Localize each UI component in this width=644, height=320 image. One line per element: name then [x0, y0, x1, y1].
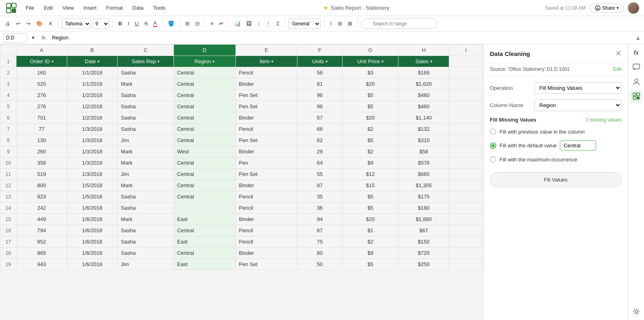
- cell-F-17[interactable]: 75: [297, 236, 343, 248]
- cell-C-16[interactable]: Sasha: [118, 225, 174, 236]
- cell-D-6[interactable]: Central: [173, 112, 235, 124]
- menu-file[interactable]: File: [24, 4, 36, 12]
- cell-F-8[interactable]: 62: [297, 135, 343, 146]
- redo-button[interactable]: ↪: [24, 19, 33, 28]
- cell-A-7[interactable]: 77: [17, 124, 67, 135]
- col-item-header[interactable]: Item▾: [235, 56, 297, 67]
- cell-A-3[interactable]: 520: [17, 78, 67, 90]
- menu-view[interactable]: View: [61, 4, 75, 12]
- cell-G-10[interactable]: $9: [342, 157, 398, 169]
- cell-B-12[interactable]: 1/5/2018: [67, 180, 118, 191]
- cell-G-2[interactable]: $3: [342, 67, 398, 78]
- col-header-B[interactable]: B: [67, 45, 118, 56]
- formula-expand-button[interactable]: ▾: [30, 33, 37, 42]
- col-header-G[interactable]: G: [342, 45, 398, 56]
- cell-A-19[interactable]: 943: [17, 259, 67, 270]
- panel-edit-button[interactable]: Edit: [613, 66, 621, 72]
- size-select[interactable]: 9: [93, 19, 109, 29]
- cell-B-14[interactable]: 1/6/2018: [67, 202, 118, 214]
- cell-E-13[interactable]: Pencil: [235, 191, 297, 202]
- cell-G-5[interactable]: $5: [342, 101, 398, 112]
- col-header-H[interactable]: H: [398, 45, 449, 56]
- cell-D-11[interactable]: Central: [173, 169, 235, 180]
- col-orderid-header[interactable]: Order ID▾: [17, 56, 67, 67]
- format-select[interactable]: General: [289, 19, 321, 29]
- cell-C-15[interactable]: Mark: [118, 214, 174, 225]
- cell-F-6[interactable]: 57: [297, 112, 343, 124]
- cell-G-12[interactable]: $15: [342, 180, 398, 191]
- align-button[interactable]: ≡: [208, 19, 216, 28]
- cell-H-2[interactable]: $168: [398, 67, 449, 78]
- cell-C-19[interactable]: Jim: [118, 259, 174, 270]
- col-header-C[interactable]: C: [118, 45, 174, 56]
- cell-H-17[interactable]: $150: [398, 236, 449, 248]
- cell-A-10[interactable]: 358: [17, 157, 67, 169]
- cell-F-18[interactable]: 80: [297, 248, 343, 259]
- pivot-button[interactable]: ⊠: [346, 19, 354, 28]
- cell-G-18[interactable]: $9: [342, 248, 398, 259]
- cell-B-10[interactable]: 1/3/2018: [67, 157, 118, 169]
- cell-B-2[interactable]: 1/1/2018: [67, 67, 118, 78]
- menu-edit[interactable]: Edit: [42, 4, 54, 12]
- cell-A-9[interactable]: 260: [17, 146, 67, 157]
- cell-B-9[interactable]: 1/3/2018: [67, 146, 118, 157]
- cell-E-14[interactable]: Pencil: [235, 202, 297, 214]
- cell-G-6[interactable]: $20: [342, 112, 398, 124]
- cell-A-12[interactable]: 800: [17, 180, 67, 191]
- cell-D-5[interactable]: Central: [173, 101, 235, 112]
- settings-icon[interactable]: [630, 306, 642, 318]
- search-input[interactable]: [361, 19, 438, 29]
- cell-A-11[interactable]: 519: [17, 169, 67, 180]
- cell-E-7[interactable]: Pencil: [235, 124, 297, 135]
- cell-B-8[interactable]: 1/3/2018: [67, 135, 118, 146]
- cell-H-10[interactable]: $576: [398, 157, 449, 169]
- cell-D-17[interactable]: East: [173, 236, 235, 248]
- cell-F-16[interactable]: 67: [297, 225, 343, 236]
- underline-button[interactable]: U: [133, 19, 140, 28]
- cell-A-15[interactable]: 449: [17, 214, 67, 225]
- cell-E-9[interactable]: Binder: [235, 146, 297, 157]
- data-cleaning-icon[interactable]: [630, 90, 642, 102]
- cell-H-3[interactable]: $1,620: [398, 78, 449, 90]
- formula-expand-button[interactable]: ▲: [635, 35, 641, 41]
- cell-C-5[interactable]: Sasha: [118, 101, 174, 112]
- cell-D-7[interactable]: Central: [173, 124, 235, 135]
- cell-F-19[interactable]: 50: [297, 259, 343, 270]
- cell-E-19[interactable]: Pen Set: [235, 259, 297, 270]
- cell-A-18[interactable]: 865: [17, 248, 67, 259]
- share-button[interactable]: Share ▾: [590, 3, 624, 13]
- cell-D-15[interactable]: East: [173, 214, 235, 225]
- paint-format-button[interactable]: 🎨: [34, 19, 45, 28]
- cell-G-9[interactable]: $2: [342, 146, 398, 157]
- cell-B-13[interactable]: 1/5/2018: [67, 191, 118, 202]
- default-value-input[interactable]: Central: [560, 140, 596, 151]
- cell-H-5[interactable]: $480: [398, 101, 449, 112]
- cell-A-13[interactable]: 823: [17, 191, 67, 202]
- user-icon[interactable]: [630, 76, 642, 88]
- cell-B-17[interactable]: 1/6/2018: [67, 236, 118, 248]
- col-header-E[interactable]: E: [235, 45, 297, 56]
- cell-A-5[interactable]: 276: [17, 101, 67, 112]
- cell-G-7[interactable]: $2: [342, 124, 398, 135]
- borders-button[interactable]: ⊞: [183, 19, 192, 28]
- cell-E-5[interactable]: Pen Set: [235, 101, 297, 112]
- cell-D-14[interactable]: [173, 202, 235, 214]
- operation-control[interactable]: Fill Missing Values: [534, 82, 621, 94]
- option3[interactable]: Fill with the maximum occurrence: [490, 156, 621, 163]
- cell-E-3[interactable]: Binder: [235, 78, 297, 90]
- cell-F-14[interactable]: 36: [297, 202, 343, 214]
- col-units-header[interactable]: Units▾: [297, 56, 343, 67]
- cell-H-13[interactable]: $175: [398, 191, 449, 202]
- cell-D-4[interactable]: Central: [173, 90, 235, 101]
- data-view-button[interactable]: ⊞: [336, 19, 344, 28]
- cell-E-6[interactable]: Binder: [235, 112, 297, 124]
- formula-icon[interactable]: fx: [630, 47, 642, 59]
- chart-button[interactable]: 📊: [232, 19, 243, 28]
- cell-D-3[interactable]: Central: [173, 78, 235, 90]
- image-button[interactable]: 🖼: [244, 19, 254, 28]
- cell-E-12[interactable]: Binder: [235, 180, 297, 191]
- sort-button[interactable]: ↕: [255, 19, 262, 28]
- cell-D-18[interactable]: Central: [173, 248, 235, 259]
- cell-F-7[interactable]: 66: [297, 124, 343, 135]
- cell-B-19[interactable]: 1/6/2018: [67, 259, 118, 270]
